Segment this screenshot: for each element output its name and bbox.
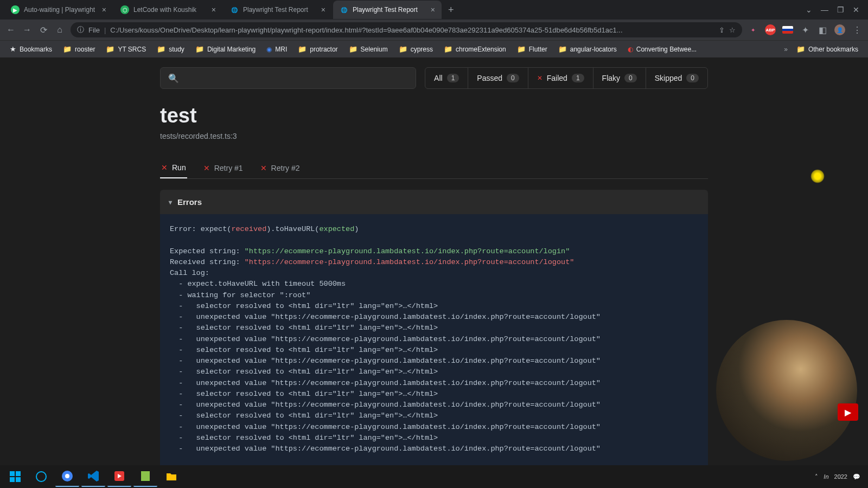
nav-bar: ← → ⟳ ⌂ ⓘ File | C:/Users/kouss/OneDrive… <box>0 20 868 40</box>
filter-flaky[interactable]: Flaky 0 <box>593 68 646 88</box>
folder-icon: 📁 <box>444 45 452 53</box>
bookmark-mri[interactable]: ◉MRI <box>262 43 291 55</box>
bookmark-cypress[interactable]: 📁cypress <box>394 43 437 55</box>
filter-group: All 1 Passed 0 ✕ Failed 1 Flaky 0 Skip <box>425 67 708 89</box>
vscode-icon[interactable] <box>81 466 105 487</box>
star-icon: ★ <box>10 45 16 53</box>
tab-report-2[interactable]: 🌐 Playwright Test Report × <box>333 1 442 19</box>
sidepanel-icon[interactable]: ◧ <box>817 25 828 35</box>
close-icon[interactable]: × <box>321 5 326 14</box>
chrome-icon[interactable] <box>55 466 79 487</box>
filter-all[interactable]: All 1 <box>425 68 468 88</box>
close-icon[interactable]: × <box>102 5 106 14</box>
folder-icon: 📁 <box>298 45 307 53</box>
tab-retry-2[interactable]: ✕ Retry #2 <box>259 158 301 178</box>
back-icon[interactable]: ← <box>5 25 16 35</box>
nav-extensions: ✦ ABP ✦ ◧ 👤 ⋮ <box>748 24 863 35</box>
taskbar: ˄ In 2022 💬 <box>0 465 868 488</box>
tab-run[interactable]: ✕ Run <box>160 158 187 178</box>
folder-icon: 📁 <box>399 45 407 53</box>
url-scheme: File <box>88 26 100 34</box>
tray-lang[interactable]: In <box>824 473 828 480</box>
svg-rect-1 <box>16 471 21 476</box>
share-icon[interactable]: ⇪ <box>719 26 725 34</box>
fail-icon: ✕ <box>537 74 542 82</box>
tab-report-1[interactable]: 🌐 Playwright Test Report × <box>224 1 332 19</box>
filter-passed[interactable]: Passed 0 <box>468 68 528 88</box>
profile-avatar[interactable]: 👤 <box>834 24 845 35</box>
bookmark-yt[interactable]: 📁YT SRCS <box>101 43 150 55</box>
notepad-icon[interactable] <box>133 466 157 487</box>
notifications-icon[interactable]: 💬 <box>853 473 860 480</box>
count-badge: 1 <box>447 74 459 82</box>
close-icon[interactable]: × <box>431 5 435 14</box>
bookmark-selenium[interactable]: 📁Selenium <box>344 43 392 55</box>
globe-icon: 🌐 <box>340 5 348 14</box>
browser-tabs: ▶ Auto-waiting | Playwright × ⬡ LetCode … <box>0 0 868 20</box>
tabs-dropdown-icon[interactable]: ⌄ <box>806 5 812 14</box>
bookmark-converting[interactable]: ◐Converting Betwee... <box>623 43 701 55</box>
forward-icon[interactable]: → <box>22 25 33 35</box>
filter-failed[interactable]: ✕ Failed 1 <box>528 68 593 88</box>
bookmark-rooster[interactable]: 📁rooster <box>59 43 99 55</box>
filter-skipped[interactable]: Skipped 0 <box>646 68 707 88</box>
other-bookmarks[interactable]: 📁Other bookmarks <box>792 43 863 55</box>
svg-rect-0 <box>10 471 15 476</box>
tray-chevron-icon[interactable]: ˄ <box>815 473 818 480</box>
tab-title: LetCode with Koushik <box>133 6 207 14</box>
folder-icon: 📁 <box>796 45 805 53</box>
folder-icon: 📁 <box>106 45 114 53</box>
maximize-icon[interactable]: ❐ <box>837 5 844 14</box>
folder-icon: 📁 <box>349 45 358 53</box>
tab-title: Playwright Test Report <box>353 6 426 14</box>
menu-icon[interactable]: ⋮ <box>852 25 863 35</box>
subscribe-badge: ▶ <box>838 403 858 421</box>
folder-icon: 📁 <box>195 45 204 53</box>
svg-rect-2 <box>10 477 15 482</box>
new-tab-button[interactable]: + <box>443 4 459 16</box>
bookmark-study[interactable]: 📁study <box>152 43 189 55</box>
bookmark-angular[interactable]: 📁angular-locators <box>554 43 621 55</box>
folder-icon: 📁 <box>517 45 526 53</box>
minimize-icon[interactable]: — <box>821 5 828 14</box>
overflow-icon[interactable]: » <box>784 46 788 53</box>
error-output: Error: expect(received).toHaveURL(expect… <box>160 214 708 465</box>
abp-icon[interactable]: ABP <box>765 24 776 35</box>
count-badge: 0 <box>624 74 637 82</box>
camtasia-icon[interactable] <box>107 466 131 487</box>
globe-icon: 🌐 <box>230 5 239 14</box>
bookmark-protractor[interactable]: 📁protractor <box>293 43 342 55</box>
chrome-icon: ◉ <box>266 46 272 53</box>
extension-icon[interactable]: ✦ <box>748 24 758 35</box>
extensions-icon[interactable]: ✦ <box>800 25 810 35</box>
cortana-icon[interactable] <box>29 466 53 487</box>
bookmark-chromeext[interactable]: 📁chromeExtension <box>439 43 510 55</box>
search-input[interactable]: 🔍 <box>160 67 416 89</box>
home-icon[interactable]: ⌂ <box>54 25 65 35</box>
folder-icon: 📁 <box>558 45 567 53</box>
test-path: tests/recorded.test.ts:3 <box>160 132 708 140</box>
count-badge: 0 <box>686 74 699 82</box>
tab-retry-1[interactable]: ✕ Retry #1 <box>202 158 244 178</box>
flag-icon[interactable] <box>782 26 793 34</box>
explorer-icon[interactable] <box>159 466 183 487</box>
star-icon[interactable]: ☆ <box>729 26 736 34</box>
tray-date[interactable]: 2022 <box>834 473 847 480</box>
close-window-icon[interactable]: ✕ <box>853 5 859 14</box>
bookmarks-button[interactable]: ★ Bookmarks <box>5 43 56 55</box>
bookmark-marketing[interactable]: 📁Digital Marketing <box>191 43 260 55</box>
start-button[interactable] <box>3 466 27 487</box>
info-icon[interactable]: ⓘ <box>77 25 84 35</box>
svg-rect-8 <box>141 471 150 481</box>
errors-section-header[interactable]: ▾ Errors <box>160 190 708 214</box>
bookmark-flutter[interactable]: 📁Flutter <box>513 43 552 55</box>
reload-icon[interactable]: ⟳ <box>38 25 49 35</box>
address-bar[interactable]: ⓘ File | C:/Users/kouss/OneDrive/Desktop… <box>71 22 742 37</box>
fail-icon: ✕ <box>203 164 210 172</box>
count-badge: 0 <box>507 74 519 82</box>
tab-autowaiting[interactable]: ▶ Auto-waiting | Playwright × <box>4 1 113 19</box>
tab-letcode[interactable]: ⬡ LetCode with Koushik × <box>114 1 222 19</box>
svg-rect-3 <box>16 477 21 482</box>
close-icon[interactable]: × <box>212 5 216 14</box>
svg-point-6 <box>65 474 69 478</box>
